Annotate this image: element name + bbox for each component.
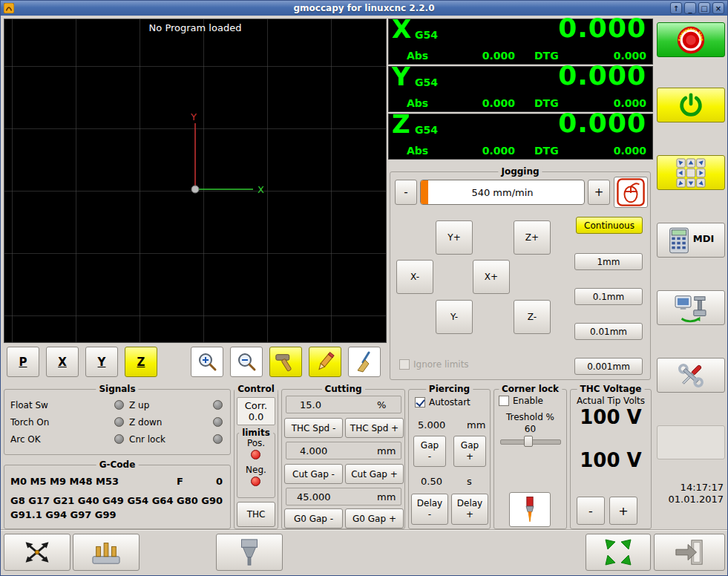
ignore-limits-box[interactable] xyxy=(399,359,410,370)
delay-plus-word: Delay xyxy=(457,498,482,509)
cut-gap-plus-button[interactable]: Cut Gap + xyxy=(345,464,404,484)
view-p-button[interactable]: P xyxy=(7,347,39,377)
jog-y-plus-button[interactable]: Y+ xyxy=(436,220,473,255)
volts-minus-label: - xyxy=(588,504,593,518)
neg-limit-led xyxy=(251,477,260,486)
exit-button[interactable] xyxy=(654,534,725,571)
gcode-preview[interactable]: No Program loaded Y X xyxy=(4,19,387,343)
jog-z-plus-button[interactable]: Z+ xyxy=(514,220,551,255)
feed-percent-value: 15.0 xyxy=(300,399,321,410)
pencil-icon xyxy=(314,351,336,373)
tool-touchoff-button[interactable] xyxy=(73,534,140,571)
view-y-button[interactable]: Y xyxy=(85,347,118,377)
jog-speed-slider[interactable]: 540 mm/min xyxy=(420,180,585,205)
touch-off-button[interactable] xyxy=(4,534,70,571)
auto-mode-button[interactable] xyxy=(657,290,725,325)
expand-arrows-icon xyxy=(603,537,633,567)
jogging-frame: Jogging - 540 mm/min + Continuous 1mm 0.… xyxy=(390,171,651,380)
settings-button[interactable] xyxy=(657,358,725,393)
window-pin-button[interactable]: ↑ xyxy=(670,2,682,14)
ignore-limits-checkbox[interactable]: Ignore limits xyxy=(399,359,469,370)
mouse-jog-button[interactable] xyxy=(614,177,648,208)
jog-x-minus-button[interactable]: X- xyxy=(396,260,433,294)
app-icon xyxy=(4,3,14,13)
actual-volts-value: 100 V xyxy=(580,406,641,428)
jog-increment-0001mm-button[interactable]: 0.001mm xyxy=(574,358,643,375)
autostart-box[interactable] xyxy=(415,397,425,408)
jog-increment-1mm-button[interactable]: 1mm xyxy=(574,253,643,270)
torch-test-button[interactable] xyxy=(509,492,551,527)
g0-gap-unit: mm xyxy=(377,491,396,503)
dro-z-dtg-value: 0.000 xyxy=(594,145,646,157)
zoom-in-button[interactable] xyxy=(191,347,223,377)
calculator-icon xyxy=(668,227,690,254)
signal-arc-ok-label: Arc OK xyxy=(10,434,41,445)
mdi-mode-button[interactable]: MDI xyxy=(657,223,725,258)
delay-minus-word: Delay xyxy=(417,498,442,509)
estop-button[interactable]: Emergency Stop xyxy=(657,22,725,57)
window-maximize-button[interactable]: □ xyxy=(698,2,710,14)
threshold-slider[interactable] xyxy=(500,436,561,447)
volts-minus-button[interactable]: - xyxy=(577,497,605,525)
cutting-title: Cutting xyxy=(321,384,364,394)
volts-plus-button[interactable]: + xyxy=(609,497,637,525)
thc-speed-plus-button[interactable]: THC Spd + xyxy=(345,418,404,438)
thc-button[interactable]: THC xyxy=(237,502,275,527)
dro-y-abs-value: 0.000 xyxy=(468,97,515,109)
arc-ok-led xyxy=(114,434,124,444)
window-close-button[interactable]: × xyxy=(712,2,724,14)
manual-mode-button[interactable] xyxy=(657,155,725,190)
g0-gap-value: 45.000 xyxy=(297,491,331,503)
zoom-out-button[interactable] xyxy=(230,347,263,377)
limits-frame: limits Pos. Neg. xyxy=(237,433,275,498)
view-z-button[interactable]: Z xyxy=(125,347,157,377)
titlebar[interactable]: gmoccapy for linuxcnc 2.2.0 ↑ _ □ × xyxy=(1,1,727,16)
pierce-delay-minus-button[interactable]: Delay - xyxy=(411,494,448,525)
dro-axis-z[interactable]: Z G54 0.000 Abs 0.000 DTG 0.000 xyxy=(388,114,653,160)
signal-z-down-label: Z down xyxy=(129,417,162,428)
gap-minus-word: Gap xyxy=(421,440,439,451)
autostart-checkbox[interactable]: Autostart xyxy=(415,397,470,408)
pierce-delay-unit: s xyxy=(467,476,472,487)
jog-z-minus-button[interactable]: Z- xyxy=(514,300,551,334)
neg-limit-label: Neg. xyxy=(246,465,266,475)
jog-speed-plus-label: + xyxy=(594,186,604,199)
jog-increment-continuous-button[interactable]: Continuous xyxy=(576,217,643,234)
jog-increment-001mm-button[interactable]: 0.01mm xyxy=(574,323,643,340)
machine-on-button[interactable] xyxy=(657,88,725,122)
fullscreen-button[interactable] xyxy=(586,534,651,571)
jog-speed-plus-button[interactable]: + xyxy=(588,180,610,205)
enable-box[interactable] xyxy=(499,396,509,406)
gcode-title: G-Code xyxy=(96,459,139,470)
signal-z-up-label: Z up xyxy=(129,400,149,410)
jog-increment-01mm-button[interactable]: 0.1mm xyxy=(574,288,643,305)
window-minimize-button[interactable]: _ xyxy=(684,2,696,14)
jog-speed-minus-button[interactable]: - xyxy=(395,180,417,205)
enable-checkbox[interactable]: Enable xyxy=(499,396,543,406)
g0-gap-plus-button[interactable]: G0 Gap + xyxy=(345,508,404,528)
thc-speed-minus-button[interactable]: THC Spd - xyxy=(284,418,343,438)
window-controls: ↑ _ □ × xyxy=(670,2,724,14)
tool-change-button[interactable] xyxy=(216,534,283,571)
cut-gap-minus-button[interactable]: Cut Gap - xyxy=(284,464,343,484)
cut-gap-plus-label: Cut Gap + xyxy=(351,469,398,480)
dro-axis-x[interactable]: X G54 0.000 Abs 0.000 DTG 0.000 xyxy=(388,19,653,65)
axes-origin-graphic: Y X xyxy=(4,19,386,342)
dro-axis-y[interactable]: Y G54 0.000 Abs 0.000 DTG 0.000 xyxy=(388,66,653,112)
g0-gap-minus-button[interactable]: G0 Gap - xyxy=(284,508,343,528)
pierce-delay-plus-button[interactable]: Delay + xyxy=(451,494,488,525)
increment-0001mm-label: 0.001mm xyxy=(587,361,630,372)
pierce-gap-plus-button[interactable]: Gap + xyxy=(453,436,486,467)
clear-preview-button[interactable] xyxy=(348,347,381,377)
jog-y-minus-label: Y- xyxy=(450,312,458,322)
jog-x-plus-button[interactable]: X+ xyxy=(473,260,510,294)
pierce-gap-minus-button[interactable]: Gap - xyxy=(413,436,446,467)
jog-y-minus-button[interactable]: Y- xyxy=(436,300,473,334)
threshold-slider-handle[interactable] xyxy=(524,436,533,447)
tool-measure-button[interactable] xyxy=(269,347,302,377)
axes-arrows-icon xyxy=(22,538,52,566)
view-x-button[interactable]: X xyxy=(46,347,79,377)
dro-x-system: G54 xyxy=(415,29,438,41)
edit-button[interactable] xyxy=(309,347,341,377)
control-title: Control xyxy=(235,384,278,394)
